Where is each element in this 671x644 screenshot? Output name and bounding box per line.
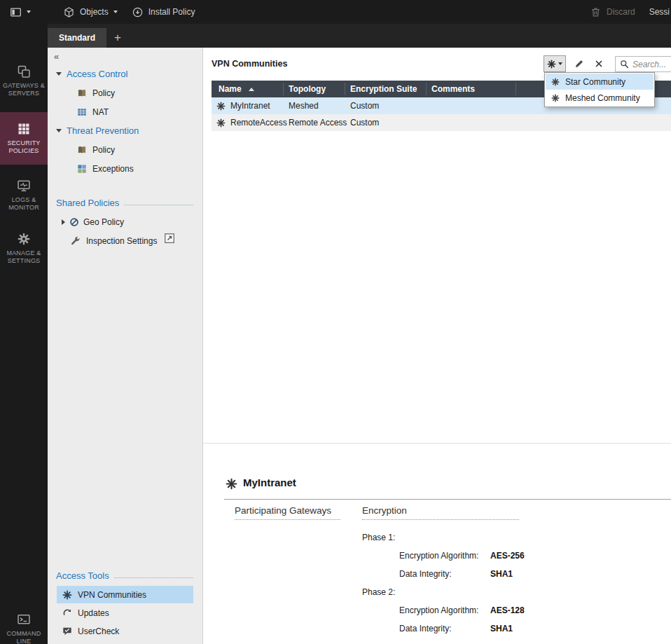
discard-button[interactable]: Discard bbox=[583, 0, 642, 24]
tool-item-usercheck[interactable]: UserCheck bbox=[57, 622, 193, 640]
panel-divider bbox=[203, 443, 671, 444]
exceptions-grid-icon bbox=[77, 164, 87, 174]
tree-item-inspection-settings[interactable]: Inspection Settings bbox=[48, 231, 202, 250]
tree-header-threat-prevention[interactable]: Threat Prevention bbox=[48, 121, 202, 140]
geo-policy-icon bbox=[69, 217, 79, 227]
field-label: Encryption Algorithm: bbox=[399, 605, 478, 615]
topology-cell: Meshed bbox=[289, 97, 319, 114]
tree-item-label: NAT bbox=[92, 107, 109, 117]
column-header-name[interactable]: Name bbox=[219, 81, 254, 97]
tree-header-access-control[interactable]: Access Control bbox=[48, 64, 202, 83]
encryption-suite-cell: Custom bbox=[350, 97, 379, 114]
tree-header-label: Threat Prevention bbox=[67, 125, 139, 136]
topology-cell: Remote Access bbox=[289, 114, 347, 131]
participating-gateways-header: Participating Gateways bbox=[235, 505, 340, 520]
star-community-icon bbox=[551, 78, 560, 86]
column-header-comments[interactable]: Comments bbox=[431, 81, 475, 97]
column-header-topology[interactable]: Topology bbox=[289, 81, 326, 97]
column-divider bbox=[345, 83, 345, 95]
rail-item-gateways-servers[interactable]: GATEWAYS & SERVERS bbox=[0, 59, 48, 104]
session-button[interactable]: Sessi bbox=[642, 0, 671, 24]
name-cell: MyIntranet bbox=[216, 97, 270, 114]
dotted-leader bbox=[124, 205, 193, 205]
section-header-shared-policies: Shared Policies bbox=[48, 193, 202, 212]
field-label: Data Integrity: bbox=[399, 569, 452, 579]
table-row-remoteaccess[interactable]: RemoteAccess Remote Access Custom bbox=[212, 114, 671, 131]
rail-item-logs-monitor[interactable]: LOGS & MONITOR bbox=[0, 173, 48, 218]
tree-item-geo-policy[interactable]: Geo Policy bbox=[48, 212, 202, 231]
tree-header-label: Access Control bbox=[67, 69, 127, 79]
meshed-community-icon bbox=[551, 94, 560, 102]
encryption-header: Encryption bbox=[362, 505, 519, 520]
close-icon bbox=[594, 59, 604, 69]
collapse-sidebar-button[interactable]: « bbox=[48, 48, 202, 64]
tool-item-label: UserCheck bbox=[78, 626, 119, 636]
column-header-encryption-suite[interactable]: Encryption Suite bbox=[350, 81, 417, 97]
expand-triangle-icon bbox=[62, 219, 65, 225]
tool-item-vpn-communities[interactable]: VPN Communities bbox=[57, 586, 193, 603]
main-menu-button[interactable] bbox=[3, 0, 38, 24]
rail-item-security-policies[interactable]: SECURITY POLICIES bbox=[0, 112, 48, 165]
search-icon bbox=[620, 60, 629, 69]
top-menu-bar: Objects Install Policy Discard Sessi bbox=[0, 0, 671, 24]
tool-item-label: Updates bbox=[78, 608, 109, 618]
pencil-icon bbox=[574, 59, 584, 69]
delete-button[interactable] bbox=[590, 55, 608, 72]
field-value: SHA1 bbox=[490, 569, 513, 579]
rail-item-label: LOGS & MONITOR bbox=[1, 196, 46, 212]
new-tab-button[interactable]: + bbox=[108, 28, 127, 48]
rail-item-manage-settings[interactable]: MANAGE & SETTINGS bbox=[0, 226, 48, 271]
tree-item-exceptions[interactable]: Exceptions bbox=[48, 159, 202, 178]
phase1-label: Phase 1: bbox=[362, 533, 395, 542]
dotted-leader bbox=[114, 577, 193, 578]
app-window-icon bbox=[10, 6, 22, 18]
column-divider bbox=[426, 83, 427, 95]
tab-standard[interactable]: Standard bbox=[48, 28, 106, 48]
tool-item-label: VPN Communities bbox=[78, 590, 146, 600]
policy-tab-bar: Standard + bbox=[48, 24, 671, 48]
new-community-button[interactable] bbox=[544, 55, 566, 72]
section-label: Participating Gateways bbox=[235, 505, 331, 516]
navigation-rail: GATEWAYS & SERVERS SECURITY POLICIES LOG… bbox=[0, 24, 48, 644]
gateways-servers-icon bbox=[17, 64, 31, 78]
vpn-community-icon bbox=[216, 118, 226, 128]
menu-item-label: Meshed Community bbox=[565, 93, 640, 103]
collapse-chevrons-icon: « bbox=[54, 51, 59, 62]
field-value: AES-128 bbox=[490, 605, 525, 615]
objects-button-label: Objects bbox=[80, 7, 109, 17]
chevron-down-icon bbox=[27, 11, 31, 13]
search-input[interactable] bbox=[632, 60, 671, 69]
edit-button[interactable] bbox=[570, 55, 588, 72]
page-title: VPN Communities bbox=[212, 59, 287, 69]
tree-item-threat-policy[interactable]: Policy bbox=[48, 140, 202, 159]
objects-cube-icon bbox=[63, 6, 75, 18]
tree-item-access-policy[interactable]: Policy bbox=[48, 83, 202, 102]
rail-item-command-line[interactable]: COMMAND LINE bbox=[0, 607, 48, 644]
details-panel: MyIntranet Participating Gateways Encryp… bbox=[203, 48, 671, 644]
section-header-label: Shared Policies bbox=[56, 198, 119, 208]
phase2-encryption-algorithm-row: Encryption Algorithm: AES-128 bbox=[203, 605, 671, 616]
install-policy-button[interactable]: Install Policy bbox=[125, 0, 202, 24]
phase1-encryption-algorithm-row: Encryption Algorithm: AES-256 bbox=[203, 551, 671, 561]
column-header-label: Topology bbox=[289, 84, 326, 94]
vpn-communities-icon bbox=[62, 590, 72, 600]
command-line-icon bbox=[17, 612, 31, 626]
tree-item-nat[interactable]: NAT bbox=[48, 102, 202, 121]
tool-item-updates[interactable]: Updates bbox=[57, 604, 193, 622]
vpn-community-icon bbox=[216, 102, 226, 111]
usercheck-icon bbox=[62, 626, 72, 636]
search-box bbox=[615, 56, 671, 72]
section-label: Encryption bbox=[362, 505, 407, 516]
smartconsole-window: Objects Install Policy Discard Sessi Sta… bbox=[0, 0, 671, 644]
menu-item-meshed-community[interactable]: Meshed Community bbox=[546, 90, 653, 106]
name-cell: RemoteAccess bbox=[216, 114, 287, 131]
trash-icon bbox=[590, 6, 602, 18]
tree-item-label: Inspection Settings bbox=[86, 236, 157, 246]
collapse-triangle-icon bbox=[56, 72, 62, 76]
topbar-right-group: Discard Sessi bbox=[583, 0, 671, 24]
column-divider bbox=[283, 83, 284, 95]
phase2-label: Phase 2: bbox=[362, 587, 395, 597]
objects-button[interactable]: Objects bbox=[56, 0, 125, 24]
menu-item-star-community[interactable]: Star Community bbox=[546, 74, 653, 90]
discard-label: Discard bbox=[607, 7, 635, 17]
